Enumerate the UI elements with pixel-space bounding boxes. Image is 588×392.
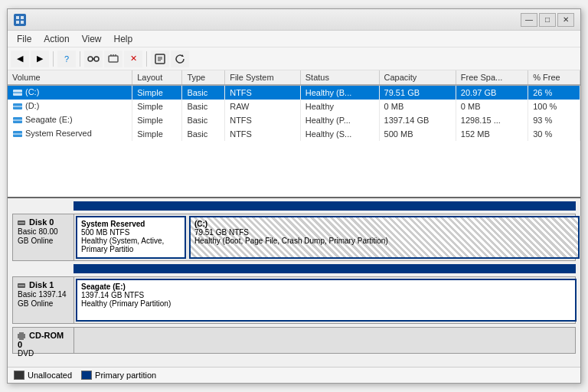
cell-filesystem: RAW bbox=[225, 100, 301, 113]
cell-free: 1298.15 ... bbox=[456, 113, 528, 127]
cell-filesystem: NTFS bbox=[225, 85, 301, 100]
back-button[interactable]: ◀ bbox=[11, 51, 29, 67]
cell-layout: Simple bbox=[132, 113, 182, 127]
menu-help[interactable]: Help bbox=[108, 32, 139, 46]
col-type: Type bbox=[182, 70, 225, 85]
legend-primary-label: Primary partition bbox=[95, 371, 156, 380]
table-row[interactable]: (D:) Simple Basic RAW Healthy 0 MB 0 MB … bbox=[8, 100, 580, 113]
window-icon bbox=[14, 14, 26, 26]
delete-button[interactable]: ✕ bbox=[124, 51, 142, 67]
forward-button[interactable]: ▶ bbox=[31, 51, 49, 67]
help-toolbar-button[interactable]: ? bbox=[57, 51, 76, 67]
table-row[interactable]: Seagate (E:) Simple Basic NTFS Healthy (… bbox=[8, 113, 580, 127]
disk-type: Basic bbox=[18, 227, 36, 236]
table-header-row: Volume Layout Type File System Status Ca… bbox=[8, 70, 580, 85]
svg-rect-2 bbox=[16, 21, 19, 24]
properties-button[interactable] bbox=[151, 51, 169, 67]
cell-status: Healthy (B... bbox=[300, 85, 379, 100]
legend-primary-box bbox=[81, 371, 92, 380]
cell-volume: Seagate (E:) bbox=[8, 113, 132, 127]
main-content: Volume Layout Type File System Status Ca… bbox=[8, 70, 580, 383]
legend-unallocated: Unallocated bbox=[14, 371, 72, 380]
partition-name: System Reserved bbox=[81, 220, 181, 228]
legend-primary: Primary partition bbox=[81, 371, 156, 380]
cell-percent: 100 % bbox=[528, 100, 580, 113]
partition-status: Healthy (Primary Partition) bbox=[81, 299, 571, 308]
cell-type: Basic bbox=[182, 100, 225, 113]
cell-capacity: 1397.14 GB bbox=[379, 113, 456, 127]
svg-rect-1 bbox=[21, 16, 24, 19]
cell-capacity: 79.51 GB bbox=[379, 85, 456, 100]
cell-free: 20.97 GB bbox=[456, 85, 528, 100]
cell-layout: Simple bbox=[132, 85, 182, 100]
toolbar: ◀ ▶ ? ✕ bbox=[8, 47, 580, 70]
col-filesystem: File System bbox=[225, 70, 301, 85]
col-status: Status bbox=[300, 70, 379, 85]
close-button[interactable]: ✕ bbox=[557, 13, 574, 27]
cell-type: Basic bbox=[182, 113, 225, 127]
cell-layout: Simple bbox=[132, 127, 182, 141]
cell-percent: 30 % bbox=[528, 127, 580, 141]
refresh-button[interactable] bbox=[171, 51, 189, 67]
svg-rect-7 bbox=[109, 56, 118, 62]
cell-status: Healthy (S... bbox=[300, 127, 379, 141]
table-row[interactable]: (C:) Simple Basic NTFS Healthy (B... 79.… bbox=[8, 85, 580, 100]
disk-type: Basic bbox=[18, 290, 36, 299]
cell-type: Basic bbox=[182, 127, 225, 141]
disconnect-button[interactable] bbox=[104, 51, 122, 67]
disk-partitions: Seagate (E:) 1397.14 GB NTFS Healthy (Pr… bbox=[74, 277, 575, 323]
volume-table-area: Volume Layout Type File System Status Ca… bbox=[8, 70, 580, 198]
menu-view[interactable]: View bbox=[76, 32, 108, 46]
disk-id: Disk 1 bbox=[18, 280, 54, 289]
partition[interactable]: Seagate (E:) 1397.14 GB NTFS Healthy (Pr… bbox=[76, 279, 577, 322]
cell-volume: (D:) bbox=[8, 100, 132, 113]
cd-rom-entry: CD-ROM 0 DVD bbox=[12, 327, 576, 354]
svg-point-4 bbox=[88, 57, 93, 61]
legend-bar: Unallocated Primary partition bbox=[8, 367, 580, 383]
toolbar-separator-2 bbox=[80, 51, 80, 67]
disk-status: Online bbox=[31, 237, 54, 245]
svg-rect-28 bbox=[19, 332, 24, 340]
partition-status: Healthy (Boot, Page File, Crash Dump, Pr… bbox=[194, 237, 574, 245]
col-percent: % Free bbox=[528, 70, 580, 85]
cd-label: CD-ROM 0 DVD bbox=[13, 328, 74, 353]
menu-bar: File Action View Help bbox=[8, 31, 580, 47]
legend-unallocated-label: Unallocated bbox=[28, 371, 72, 380]
disk-partitions: System Reserved 500 MB NTFS Healthy (Sys… bbox=[74, 214, 575, 260]
cell-layout: Simple bbox=[132, 100, 182, 113]
col-free: Free Spa... bbox=[456, 70, 528, 85]
connect-button[interactable] bbox=[84, 51, 103, 67]
partition-name: (C:) bbox=[194, 220, 574, 228]
cd-name: CD-ROM 0 bbox=[18, 331, 69, 349]
cell-capacity: 0 MB bbox=[379, 100, 456, 113]
cell-free: 152 MB bbox=[456, 127, 528, 141]
window-controls: — □ ✕ bbox=[521, 13, 574, 27]
maximize-button[interactable]: □ bbox=[539, 13, 556, 27]
svg-rect-3 bbox=[21, 21, 24, 24]
table-row[interactable]: System Reserved Simple Basic NTFS Health… bbox=[8, 127, 580, 141]
cell-status: Healthy bbox=[300, 100, 379, 113]
disk-entry: Disk 0 Basic 80.00 GB Online System Rese… bbox=[12, 214, 576, 261]
cell-percent: 93 % bbox=[528, 113, 580, 127]
toolbar-separator-3 bbox=[146, 51, 147, 67]
cd-type: DVD bbox=[18, 349, 69, 358]
cell-percent: 26 % bbox=[528, 85, 580, 100]
menu-file[interactable]: File bbox=[11, 32, 38, 46]
svg-rect-0 bbox=[16, 16, 19, 19]
disk-label: Disk 1 Basic 1397.14 GB Online bbox=[13, 277, 74, 323]
partition-size: 1397.14 GB NTFS bbox=[81, 291, 571, 299]
menu-action[interactable]: Action bbox=[38, 32, 75, 46]
minimize-button[interactable]: — bbox=[521, 13, 537, 27]
disk-visual-area: Disk 0 Basic 80.00 GB Online System Rese… bbox=[8, 198, 580, 367]
partition[interactable]: (C:) 79.51 GB NTFS Healthy (Boot, Page F… bbox=[189, 216, 580, 259]
cell-free: 0 MB bbox=[456, 100, 528, 113]
title-bar: — □ ✕ bbox=[8, 9, 580, 31]
partition[interactable]: System Reserved 500 MB NTFS Healthy (Sys… bbox=[76, 216, 186, 259]
toolbar-separator-1 bbox=[53, 51, 54, 67]
legend-unallocated-box bbox=[14, 371, 24, 380]
partition-status: Healthy (System, Active, Primary Partiti… bbox=[81, 237, 181, 253]
partition-name: Seagate (E:) bbox=[81, 283, 571, 291]
disk-entry: Disk 1 Basic 1397.14 GB Online Seagate (… bbox=[12, 276, 576, 324]
cell-volume: System Reserved bbox=[8, 127, 132, 141]
cell-filesystem: NTFS bbox=[225, 127, 301, 141]
